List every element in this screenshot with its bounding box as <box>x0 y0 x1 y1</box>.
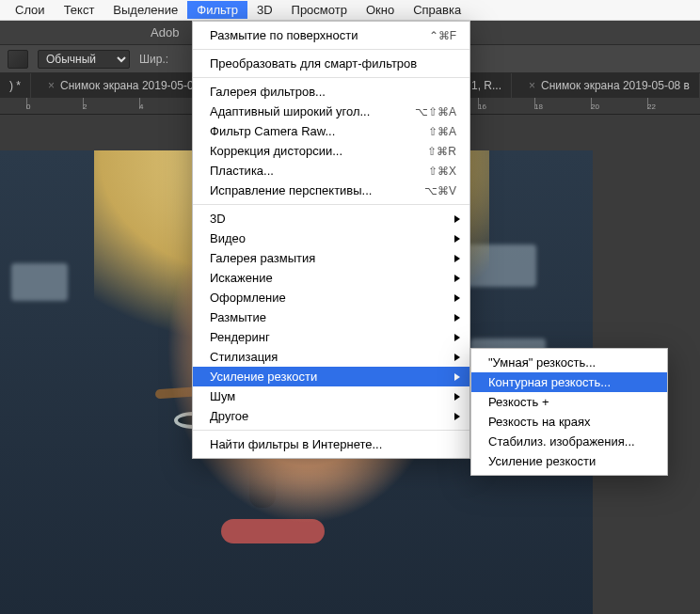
menu-item-stylize[interactable]: Стилизация <box>193 347 469 367</box>
chevron-right-icon <box>454 373 460 381</box>
menu-item-render[interactable]: Рендеринг <box>193 327 469 347</box>
menu-item-noise[interactable]: Шум <box>193 386 469 406</box>
menu-item-distort[interactable]: Искажение <box>193 268 469 288</box>
menu-item-lens-correction[interactable]: Коррекция дисторсии...⇧⌘R <box>193 141 469 161</box>
menu-item-video[interactable]: Видео <box>193 228 469 248</box>
menu-item-adaptive-wide[interactable]: Адаптивный широкий угол...⌥⇧⌘A <box>193 102 469 121</box>
chevron-right-icon <box>454 215 460 223</box>
menu-item-camera-raw[interactable]: Фильтр Camera Raw...⇧⌘A <box>193 121 469 141</box>
submenu-item-shake-reduction[interactable]: Стабилиз. изображения... <box>471 432 667 451</box>
menu-item-liquify[interactable]: Пластика...⇧⌘X <box>193 161 469 181</box>
menu-item-browse-filters[interactable]: Найти фильтры в Интернете... <box>193 434 469 454</box>
ruler-number: 20 <box>591 102 599 111</box>
chevron-right-icon <box>454 393 460 401</box>
submenu-item-sharpen[interactable]: Усиление резкости <box>471 451 667 471</box>
menu-item-other[interactable]: Другое <box>193 406 469 426</box>
width-label: Шир.: <box>139 53 168 66</box>
close-icon[interactable]: × <box>48 79 55 92</box>
chevron-right-icon <box>454 294 460 302</box>
menu-view[interactable]: Просмотр <box>282 1 357 19</box>
tab-label: Снимок экрана 2019-05-0 <box>60 79 194 92</box>
submenu-item-smart-sharpen[interactable]: "Умная" резкость... <box>471 353 667 372</box>
ruler-number: 22 <box>647 102 656 111</box>
ruler-number: 2 <box>83 102 87 111</box>
menu-item-blur[interactable]: Размытие <box>193 307 469 327</box>
tab-label: 1, R... <box>471 79 501 92</box>
menu-item-last-filter[interactable]: Размытие по поверхности ⌃⌘F <box>193 25 469 45</box>
ruler-number: 16 <box>478 102 486 111</box>
chevron-right-icon <box>454 314 460 322</box>
document-tab[interactable]: ) * <box>0 73 31 98</box>
menu-filter[interactable]: Фильтр <box>187 1 247 19</box>
document-tab[interactable]: × Снимок экрана 2019-05-0 <box>31 73 204 98</box>
ruler-number: 4 <box>139 102 143 111</box>
menubar: Слои Текст Выделение Фильтр 3D Просмотр … <box>0 0 700 21</box>
ruler-number: 18 <box>534 102 543 111</box>
menu-item-3d[interactable]: 3D <box>193 209 469 228</box>
blend-mode-select[interactable]: Обычный <box>38 50 130 69</box>
tab-label: ) * <box>9 79 21 92</box>
sharpen-submenu: "Умная" резкость... Контурная резкость..… <box>470 348 668 476</box>
chevron-right-icon <box>454 354 460 361</box>
filter-menu: Размытие по поверхности ⌃⌘F Преобразоват… <box>192 21 470 459</box>
submenu-item-sharpen-edges[interactable]: Резкость на краях <box>471 412 667 432</box>
menu-window[interactable]: Окно <box>357 1 404 19</box>
menu-3d[interactable]: 3D <box>247 1 282 19</box>
submenu-item-unsharp-mask[interactable]: Контурная резкость... <box>471 372 667 392</box>
ruler-number: 0 <box>26 102 30 111</box>
submenu-item-sharpen-more[interactable]: Резкость + <box>471 392 667 412</box>
menu-item-convert-smart[interactable]: Преобразовать для смарт-фильтров <box>193 54 469 73</box>
document-tab[interactable]: × Снимок экрана 2019-05-08 в <box>512 73 700 98</box>
close-icon[interactable]: × <box>529 79 535 92</box>
menu-text[interactable]: Текст <box>55 1 104 19</box>
menu-item-vanishing-point[interactable]: Исправление перспективы...⌥⌘V <box>193 181 469 200</box>
app-title: Adob <box>151 25 179 39</box>
chevron-right-icon <box>454 275 460 282</box>
menu-item-blur-gallery[interactable]: Галерея размытия <box>193 248 469 268</box>
menu-item-sharpen[interactable]: Усиление резкости <box>193 367 469 386</box>
menu-help[interactable]: Справка <box>404 1 470 19</box>
brush-swatch-icon[interactable] <box>8 50 28 69</box>
chevron-right-icon <box>454 255 460 262</box>
chevron-right-icon <box>454 235 460 243</box>
menu-item-pixelate[interactable]: Оформление <box>193 288 469 307</box>
menu-item-filter-gallery[interactable]: Галерея фильтров... <box>193 82 469 102</box>
menu-layers[interactable]: Слои <box>6 1 55 19</box>
menu-select[interactable]: Выделение <box>103 1 187 19</box>
chevron-right-icon <box>454 334 460 341</box>
tab-label: Снимок экрана 2019-05-08 в <box>541 79 690 92</box>
chevron-right-icon <box>454 413 460 420</box>
